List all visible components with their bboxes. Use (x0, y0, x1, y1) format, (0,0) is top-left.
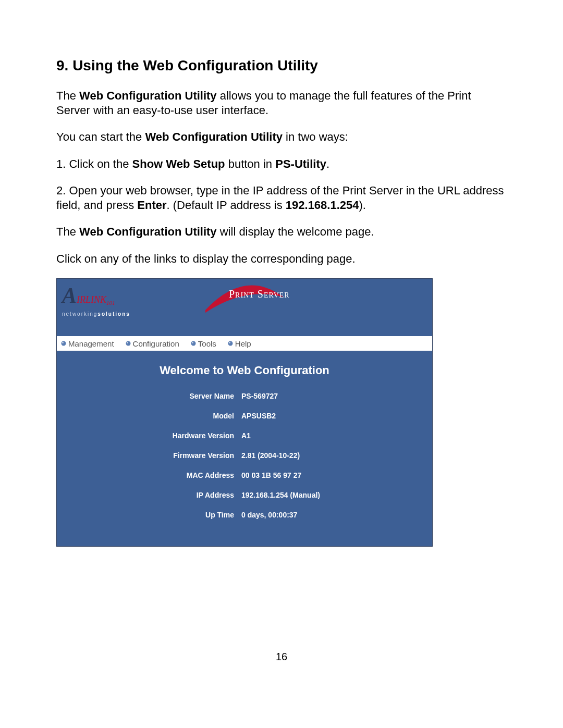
logo-tagline: networkingsolutions (62, 311, 145, 317)
term-default-ip: 192.168.1.254 (286, 199, 359, 212)
value-model: APSUSB2 (241, 412, 276, 420)
product-title: Print Server (229, 288, 290, 300)
svg-point-2 (126, 341, 130, 346)
value-hardware-version: A1 (241, 431, 251, 440)
term-web-config-utility: Web Configuration Utility (79, 89, 217, 102)
value-server-name: PS-569727 (241, 392, 278, 400)
value-firmware-version: 2.81 (2004-10-22) (241, 451, 300, 460)
step-2: 2. Open your web browser, type in the IP… (56, 183, 507, 212)
value-mac-address: 00 03 1B 56 97 27 (241, 471, 301, 479)
term-show-web-setup: Show Web Setup (132, 157, 225, 170)
page-number: 16 (56, 651, 507, 663)
text: The (56, 225, 79, 238)
value-ip-address: 192.168.1.254 (Manual) (241, 491, 320, 499)
svg-point-0 (62, 341, 66, 346)
svg-point-1 (62, 342, 64, 343)
label-mac-address: MAC Address (62, 471, 241, 479)
menu-label: Tools (198, 339, 216, 348)
text: ). (359, 199, 366, 212)
label-firmware-version: Firmware Version (62, 451, 241, 460)
text: . (326, 157, 329, 170)
logo-letter-a: A (62, 283, 77, 307)
paragraph-start: You can start the Web Configuration Util… (56, 130, 507, 144)
menu-label: Management (68, 339, 114, 348)
text: You can start the (56, 130, 145, 143)
sphere-icon (228, 341, 233, 346)
web-config-screenshot: AIRLINK101 networkingsolutions Print Ser… (56, 278, 433, 547)
svg-point-4 (191, 341, 195, 346)
svg-point-5 (192, 342, 193, 343)
svg-point-7 (229, 342, 230, 343)
label-model: Model (62, 412, 241, 420)
menu-management[interactable]: Management (61, 339, 114, 348)
menu-tools[interactable]: Tools (191, 339, 216, 348)
term-web-config-utility: Web Configuration Utility (79, 225, 217, 238)
airlink-logo: AIRLINK101 networkingsolutions (62, 283, 145, 317)
tagline-b: solutions (97, 311, 130, 317)
paragraph-links: Click on any of the links to display the… (56, 252, 507, 266)
logo-brand-text: IRLINK (77, 294, 106, 305)
logo-brand-suffix: 101 (106, 300, 115, 306)
row-ip-address: IP Address 192.168.1.254 (Manual) (62, 491, 427, 499)
tagline-a: networking (62, 311, 97, 317)
term-enter: Enter (137, 199, 166, 212)
menu-bar: Management Configuration Tools Help (57, 336, 432, 351)
paragraph-intro: The Web Configuration Utility allows you… (56, 89, 507, 117)
menu-help[interactable]: Help (228, 339, 251, 348)
sphere-icon (126, 341, 131, 346)
term-web-config-utility: Web Configuration Utility (145, 130, 283, 143)
row-mac-address: MAC Address 00 03 1B 56 97 27 (62, 471, 427, 479)
text: The (56, 89, 79, 102)
menu-configuration[interactable]: Configuration (126, 339, 179, 348)
term-ps-utility: PS-Utility (275, 157, 326, 170)
sphere-icon (61, 341, 66, 346)
sphere-icon (191, 341, 196, 346)
brand-bar: AIRLINK101 networkingsolutions Print Ser… (57, 279, 432, 336)
welcome-panel: Welcome to Web Configuration Server Name… (57, 351, 432, 546)
row-server-name: Server Name PS-569727 (62, 392, 427, 400)
text: button in (225, 157, 276, 170)
label-ip-address: IP Address (62, 491, 241, 499)
svg-point-3 (127, 342, 128, 343)
text: 1. Click on the (56, 157, 132, 170)
label-up-time: Up Time (62, 511, 241, 519)
row-model: Model APSUSB2 (62, 412, 427, 420)
menu-label: Help (235, 339, 251, 348)
row-up-time: Up Time 0 days, 00:00:37 (62, 511, 427, 519)
section-title: 9. Using the Web Configuration Utility (56, 57, 507, 74)
text: . (Default IP address is (167, 199, 286, 212)
row-firmware-version: Firmware Version 2.81 (2004-10-22) (62, 451, 427, 460)
svg-point-6 (228, 341, 232, 346)
paragraph-welcome-note: The Web Configuration Utility will displ… (56, 225, 507, 239)
text: in two ways: (283, 130, 348, 143)
step-1: 1. Click on the Show Web Setup button in… (56, 157, 507, 171)
label-hardware-version: Hardware Version (62, 431, 241, 440)
row-hardware-version: Hardware Version A1 (62, 431, 427, 440)
menu-label: Configuration (133, 339, 179, 348)
text: will display the welcome page. (217, 225, 374, 238)
value-up-time: 0 days, 00:00:37 (241, 511, 297, 519)
label-server-name: Server Name (62, 392, 241, 400)
welcome-title: Welcome to Web Configuration (62, 364, 427, 377)
